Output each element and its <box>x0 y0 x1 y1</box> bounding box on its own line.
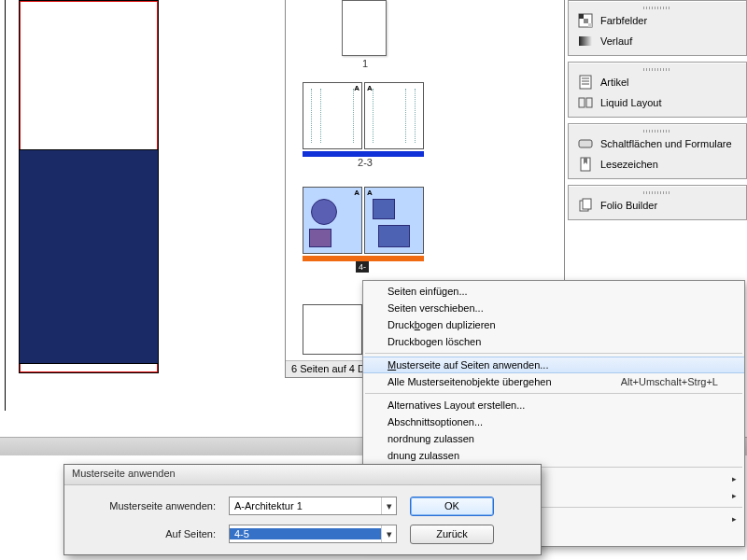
side-panel-dock[interactable]: Farbfelder Verlauf Artikel Liquid Layout… <box>568 0 747 280</box>
spread-page-right[interactable]: A <box>364 82 424 149</box>
menu-override-master-items[interactable]: Alle Musterseitenobjekte übergehen Alt+U… <box>363 373 744 390</box>
master-marker: A <box>354 84 359 92</box>
shape-rect <box>373 199 395 219</box>
svg-rect-3 <box>588 23 592 27</box>
panel-bookmarks[interactable]: Lesezeichen <box>569 154 746 175</box>
articles-icon <box>578 75 593 90</box>
gradient-icon <box>578 34 593 49</box>
panel-label: Artikel <box>600 77 629 88</box>
master-select-value: A-Architektur 1 <box>230 500 381 511</box>
svg-rect-1 <box>579 14 584 19</box>
chevron-down-icon[interactable]: ▾ <box>381 497 396 514</box>
apply-master-dialog[interactable]: Musterseite anwenden Musterseite anwende… <box>63 464 542 555</box>
svg-rect-5 <box>580 76 591 89</box>
page-thumb-1-label: 1 <box>286 58 444 69</box>
shape-rect <box>309 229 331 247</box>
menu-shortcut: Alt+Umschalt+Strg+L <box>621 376 718 387</box>
shape-rect <box>378 225 410 247</box>
panel-liquid-layout[interactable]: Liquid Layout <box>569 92 746 113</box>
page-thumb-1[interactable] <box>342 0 387 56</box>
panel-group-layout[interactable]: Artikel Liquid Layout <box>568 62 747 118</box>
pages-select[interactable]: 4-5 ▾ <box>229 525 397 543</box>
master-marker: A <box>354 189 359 197</box>
menu-section-options[interactable]: Abschnittsoptionen... <box>363 413 744 430</box>
spread-4-5[interactable]: A A <box>303 187 424 258</box>
spread-page-left[interactable]: A <box>303 187 362 254</box>
shape-circle <box>311 199 337 225</box>
liquid-layout-icon <box>578 95 593 110</box>
ok-button[interactable]: OK <box>410 497 494 516</box>
menu-alt-layout[interactable]: Alternatives Layout erstellen... <box>363 397 744 413</box>
svg-rect-11 <box>579 140 592 147</box>
svg-rect-10 <box>586 98 592 107</box>
bookmark-icon <box>578 157 593 172</box>
panel-group-color[interactable]: Farbfelder Verlauf <box>568 0 747 56</box>
menu-move-pages[interactable]: Seiten verschieben... <box>363 300 744 316</box>
panel-label: Schaltflächen und Formulare <box>600 138 732 149</box>
panel-folio-builder[interactable]: Folio Builder <box>569 195 746 216</box>
panel-label: Folio Builder <box>600 200 657 211</box>
folio-icon <box>578 198 593 213</box>
svg-rect-2 <box>584 19 588 23</box>
svg-rect-4 <box>579 36 592 46</box>
panel-articles[interactable]: Artikel <box>569 72 746 92</box>
svg-rect-9 <box>579 98 585 107</box>
panel-buttons-forms[interactable]: Schaltflächen und Formulare <box>569 133 746 154</box>
page-content-rect <box>19 149 159 364</box>
spread-page-right[interactable]: A <box>364 187 424 254</box>
menu-apply-master[interactable]: Musterseite auf Seiten anwenden... <box>363 357 744 373</box>
panel-swatches[interactable]: Farbfelder <box>569 10 746 31</box>
spread-2-3-label: 2-3 <box>286 157 444 168</box>
cancel-button[interactable]: Zurück <box>410 525 494 544</box>
spread-page-left[interactable]: A <box>303 82 362 149</box>
panel-group-interactive[interactable]: Schaltflächen und Formulare Lesezeichen <box>568 123 747 179</box>
master-select[interactable]: A-Architektur 1 ▾ <box>229 497 397 515</box>
panel-label: Lesezeichen <box>600 159 658 170</box>
menu-allow-reorder-2[interactable]: dnung zulassen <box>363 447 744 464</box>
panel-label: Verlauf <box>600 35 632 47</box>
menu-duplicate-spread[interactable]: Druckbogen duplizieren <box>363 316 744 333</box>
button-icon <box>578 136 593 151</box>
dialog-title[interactable]: Musterseite anwenden <box>64 465 541 485</box>
spread-4-5-label: 4- <box>356 261 369 273</box>
menu-allow-reorder-1[interactable]: nordnung zulassen <box>363 430 744 447</box>
master-marker: A <box>367 84 373 92</box>
menu-separator <box>365 393 742 394</box>
chevron-down-icon[interactable]: ▾ <box>381 525 396 542</box>
svg-rect-14 <box>583 199 591 209</box>
swatches-icon <box>578 13 593 28</box>
panel-label: Liquid Layout <box>600 97 661 108</box>
pages-select-value: 4-5 <box>230 528 381 539</box>
menu-separator <box>365 353 742 354</box>
label-to-pages: Auf Seiten: <box>76 528 216 539</box>
ruler <box>0 0 6 411</box>
panel-group-folio[interactable]: Folio Builder <box>568 185 747 220</box>
menu-insert-pages[interactable]: Seiten einfügen... <box>363 283 744 300</box>
panel-label: Farbfelder <box>600 15 647 26</box>
spread-2-3[interactable]: A A <box>303 82 424 153</box>
label-apply-master: Musterseite anwenden: <box>76 500 216 511</box>
menu-delete-spread[interactable]: Druckbogen löschen <box>363 333 744 350</box>
panel-gradient[interactable]: Verlauf <box>569 31 746 51</box>
document-canvas[interactable] <box>0 0 187 420</box>
master-marker: A <box>367 189 373 197</box>
